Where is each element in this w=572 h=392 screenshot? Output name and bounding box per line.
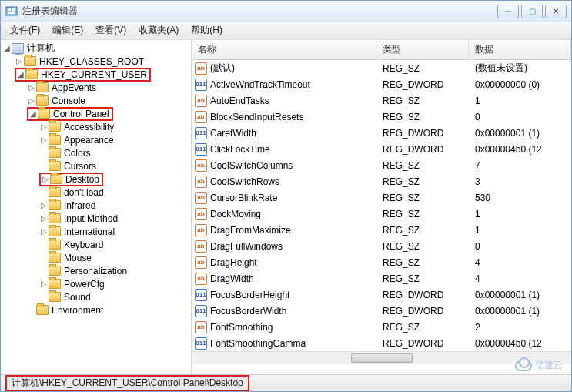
- tree-environment[interactable]: Environment: [1, 303, 191, 317]
- list-item[interactable]: 011CaretWidthREG_DWORD0x00000001 (1): [192, 125, 571, 141]
- expand-icon[interactable]: ▷: [27, 96, 36, 105]
- dword-value-icon: 011: [195, 289, 207, 301]
- list-item[interactable]: 011FontSmoothingGammaREG_DWORD0x000004b0…: [192, 335, 571, 351]
- value-data: 2: [469, 322, 571, 333]
- value-type: REG_SZ: [376, 95, 469, 106]
- list-item[interactable]: abFontSmoothingREG_SZ2: [192, 319, 571, 335]
- col-header-name[interactable]: 名称: [192, 40, 376, 59]
- values-list[interactable]: 名称 类型 数据 ab(默认)REG_SZ(数值未设置)011ActiveWnd…: [192, 40, 571, 374]
- svg-rect-2: [12, 8, 15, 11]
- list-item[interactable]: ab(默认)REG_SZ(数值未设置): [192, 60, 571, 76]
- value-type: REG_SZ: [376, 322, 469, 333]
- tree-sound[interactable]: Sound: [1, 290, 191, 303]
- tree-inputmethod[interactable]: ▷Input Method: [1, 212, 191, 225]
- expand-icon[interactable]: ▷: [39, 122, 49, 131]
- folder-icon: [24, 56, 36, 66]
- tree-appearance[interactable]: ▷Appearance: [1, 133, 191, 146]
- list-item[interactable]: abCursorBlinkRateREG_SZ530: [192, 189, 571, 206]
- tree-appevents[interactable]: ▷AppEvents: [1, 81, 191, 94]
- string-value-icon: ab: [195, 95, 207, 107]
- expand-icon[interactable]: ▷: [39, 201, 49, 209]
- tree-dontload[interactable]: don't load: [1, 186, 191, 199]
- list-item[interactable]: abCoolSwitchColumnsREG_SZ7: [192, 157, 571, 173]
- tree-console[interactable]: ▷Console: [1, 94, 191, 107]
- tree-cursors[interactable]: Cursors: [1, 159, 191, 173]
- list-item[interactable]: 011FocusBorderHeightREG_DWORD0x00000001 …: [192, 286, 571, 303]
- value-data: 3: [469, 176, 571, 187]
- value-name: CaretWidth: [210, 128, 256, 139]
- list-item[interactable]: abAutoEndTasksREG_SZ1: [192, 92, 571, 109]
- value-data: 0x00000001 (1): [469, 290, 571, 300]
- col-header-data[interactable]: 数据: [469, 40, 571, 59]
- folder-icon: [49, 148, 61, 158]
- menu-help[interactable]: 帮助(H): [185, 22, 229, 39]
- expand-icon[interactable]: ◢: [2, 44, 12, 52]
- tree-colors[interactable]: Colors: [1, 146, 191, 159]
- list-item[interactable]: abDragFullWindowsREG_SZ0: [192, 238, 571, 254]
- list-item[interactable]: abBlockSendInputResetsREG_SZ0: [192, 109, 571, 125]
- value-data: (数值未设置): [469, 62, 571, 75]
- value-data: 0x000004b0 (12: [469, 144, 571, 155]
- maximize-button[interactable]: ▢: [521, 5, 543, 18]
- tree-hkcr[interactable]: ▷HKEY_CLASSES_ROOT: [1, 55, 191, 68]
- tree-personalization[interactable]: Personalization: [1, 264, 191, 277]
- minimize-button[interactable]: ─: [497, 5, 519, 18]
- tree-powercfg[interactable]: ▷PowerCfg: [1, 277, 191, 290]
- tree-controlpanel[interactable]: ◢Control Panel: [1, 107, 191, 120]
- value-name: ClickLockTime: [210, 144, 270, 155]
- registry-tree[interactable]: ◢计算机 ▷HKEY_CLASSES_ROOT ◢HKEY_CURRENT_US…: [1, 40, 192, 374]
- list-item[interactable]: 011ClickLockTimeREG_DWORD0x000004b0 (12: [192, 141, 571, 157]
- string-value-icon: ab: [195, 208, 207, 220]
- expand-icon[interactable]: ▷: [39, 280, 49, 288]
- list-item[interactable]: abDockMovingREG_SZ1: [192, 206, 571, 222]
- tree-keyboard[interactable]: Keyboard: [1, 238, 191, 251]
- list-item[interactable]: abCoolSwitchRowsREG_SZ3: [192, 173, 571, 189]
- value-type: REG_SZ: [376, 63, 469, 74]
- expand-icon[interactable]: ▷: [15, 57, 24, 65]
- folder-icon: [49, 200, 61, 210]
- scrollbar-thumb[interactable]: [351, 353, 413, 363]
- folder-icon: [36, 82, 49, 92]
- value-type: REG_DWORD: [376, 144, 469, 155]
- tree-infrared[interactable]: ▷Infrared: [1, 199, 191, 212]
- list-item[interactable]: 011ActiveWndTrackTimeoutREG_DWORD0x00000…: [192, 76, 571, 92]
- tree-desktop[interactable]: ▷Desktop: [1, 173, 191, 186]
- menu-file[interactable]: 文件(F): [4, 22, 46, 39]
- close-button[interactable]: ✕: [545, 5, 567, 18]
- expand-icon[interactable]: ▷: [41, 175, 50, 183]
- value-name: DragFromMaximize: [210, 225, 291, 236]
- folder-icon: [49, 292, 61, 302]
- list-item[interactable]: abDragFromMaximizeREG_SZ1: [192, 222, 571, 238]
- menu-edit[interactable]: 编辑(E): [46, 22, 89, 39]
- titlebar[interactable]: 注册表编辑器 ─ ▢ ✕: [1, 1, 571, 22]
- list-header[interactable]: 名称 类型 数据: [192, 40, 571, 60]
- value-data: 1: [469, 209, 571, 219]
- value-name: DragFullWindows: [210, 241, 283, 252]
- list-item[interactable]: abDragWidthREG_SZ4: [192, 270, 571, 286]
- list-item[interactable]: 011FocusBorderWidthREG_DWORD0x00000001 (…: [192, 303, 571, 319]
- string-value-icon: ab: [195, 273, 207, 285]
- expand-icon[interactable]: ◢: [16, 70, 25, 79]
- expand-icon[interactable]: ▷: [39, 136, 49, 144]
- tree-international[interactable]: ▷International: [1, 225, 191, 238]
- string-value-icon: ab: [195, 256, 207, 269]
- menu-favorites[interactable]: 收藏夹(A): [132, 22, 185, 39]
- tree-accessibility[interactable]: ▷Accessibility: [1, 120, 191, 133]
- value-type: REG_SZ: [376, 112, 469, 122]
- col-header-type[interactable]: 类型: [376, 40, 469, 59]
- tree-mouse[interactable]: Mouse: [1, 251, 191, 264]
- value-type: REG_SZ: [376, 209, 469, 219]
- menu-view[interactable]: 查看(V): [89, 22, 132, 39]
- tree-hkcu[interactable]: ◢HKEY_CURRENT_USER: [1, 68, 191, 81]
- expand-icon[interactable]: ▷: [39, 214, 49, 223]
- list-item[interactable]: abDragHeightREG_SZ4: [192, 254, 571, 270]
- expand-icon[interactable]: ▷: [27, 83, 36, 92]
- expand-icon[interactable]: ◢: [28, 109, 38, 118]
- folder-icon: [49, 161, 61, 171]
- string-value-icon: ab: [195, 176, 207, 188]
- value-name: ActiveWndTrackTimeout: [210, 79, 310, 90]
- regedit-window: 注册表编辑器 ─ ▢ ✕ 文件(F) 编辑(E) 查看(V) 收藏夹(A) 帮助…: [0, 0, 572, 392]
- value-name: FocusBorderHeight: [210, 290, 289, 300]
- tree-computer[interactable]: ◢计算机: [1, 42, 191, 55]
- expand-icon[interactable]: ▷: [39, 227, 49, 236]
